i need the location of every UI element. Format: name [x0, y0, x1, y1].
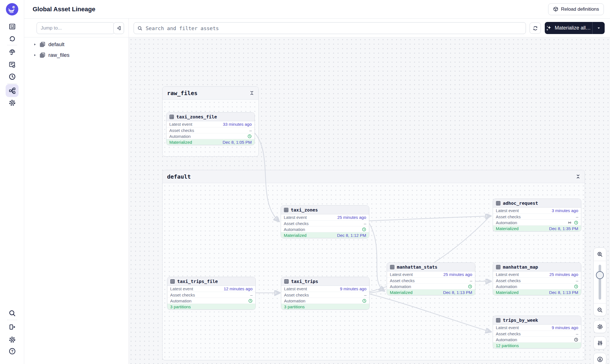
- settings-gear-icon: [597, 324, 603, 330]
- chevron-right-icon[interactable]: [33, 43, 37, 46]
- latest-event-link[interactable]: 25 minutes ago: [443, 272, 472, 277]
- group-header[interactable]: default: [163, 170, 585, 183]
- automation-clock-icon[interactable]: [362, 299, 366, 303]
- graph-filters-button[interactable]: [593, 336, 606, 349]
- collapse-sidebar-button[interactable]: [113, 22, 124, 34]
- download-icon: [597, 356, 603, 362]
- latest-event-link[interactable]: 9 minutes ago: [552, 325, 578, 330]
- materialized-time-link[interactable]: Dec 8, 1:13 PM: [443, 290, 472, 295]
- caret-down-icon: [597, 26, 601, 30]
- zoom-control-panel: [593, 248, 606, 316]
- page-title: Global Asset Lineage: [33, 6, 95, 13]
- graph-settings-button[interactable]: [593, 320, 606, 333]
- tree-item-raw_files[interactable]: raw_files: [24, 50, 129, 60]
- latest-event-row: Latest event9 minutes ago: [281, 286, 369, 292]
- asset-node-taxi_trips_file[interactable]: taxi_trips_file Latest event12 minutes a…: [167, 277, 256, 310]
- materialized-row: MaterializedDec 8, 1:13 PM: [387, 289, 475, 295]
- rail-search-button[interactable]: [6, 307, 19, 320]
- materialized-time-link[interactable]: Dec 8, 1:13 PM: [549, 290, 578, 295]
- asset-node-manhattan_stats[interactable]: manhattan_stats Latest event25 minutes a…: [387, 262, 475, 295]
- automation-clock-icon[interactable]: [574, 338, 578, 342]
- refresh-button[interactable]: [530, 23, 541, 34]
- asset-name: taxi_trips: [291, 279, 318, 284]
- asset-checks-row: Asset checks–: [281, 220, 369, 226]
- sidebar-item-lineage[interactable]: [6, 84, 19, 97]
- jump-to-input[interactable]: [37, 22, 115, 34]
- asset-node-taxi_zones[interactable]: taxi_zones Latest event25 minutes ago As…: [281, 205, 369, 238]
- table-icon: [496, 318, 501, 323]
- search-input[interactable]: [134, 22, 526, 34]
- materialized-row: MaterializedDec 8, 1:05 PM: [166, 139, 255, 145]
- lineage-canvas[interactable]: raw_files default: [129, 37, 610, 364]
- rail-help-button[interactable]: [6, 345, 19, 358]
- materialized-row: MaterializedDec 8, 1:35 PM: [493, 225, 581, 231]
- dagster-logo-icon[interactable]: [6, 3, 18, 15]
- latest-event-link[interactable]: 9 minutes ago: [340, 286, 366, 291]
- zoom-slider-handle[interactable]: [596, 271, 604, 279]
- sidebar-item-assets[interactable]: [6, 46, 19, 59]
- tree-item-label: raw_files: [48, 52, 69, 58]
- materialize-options-button[interactable]: [592, 22, 605, 34]
- automation-clock-icon[interactable]: [468, 284, 472, 289]
- sidebar-item-schedules[interactable]: [6, 70, 19, 83]
- asset-node-header[interactable]: taxi_trips: [281, 277, 369, 286]
- chevron-right-icon[interactable]: [33, 53, 37, 57]
- latest-event-link[interactable]: 12 minutes ago: [224, 286, 253, 291]
- collapse-group-icon[interactable]: [576, 174, 580, 179]
- asset-name: manhattan_map: [503, 264, 538, 270]
- zoom-out-button[interactable]: [594, 304, 606, 316]
- asset-node-header[interactable]: taxi_zones: [281, 206, 369, 214]
- materialized-time-link[interactable]: Dec 8, 1:12 PM: [337, 233, 366, 238]
- asset-node-header[interactable]: manhattan_map: [493, 263, 581, 271]
- latest-event-link[interactable]: 33 minutes ago: [223, 122, 252, 127]
- settings-gear-icon: [9, 336, 16, 343]
- deployment-gear-icon: [9, 99, 16, 106]
- asset-group-tree: default raw_files: [24, 37, 129, 364]
- refresh-icon: [533, 26, 538, 31]
- automation-clock-icon[interactable]: [248, 299, 253, 303]
- asset-name: trips_by_week: [503, 318, 538, 323]
- left-panel-toolbar: [24, 19, 129, 37]
- materialize-all-button[interactable]: Materialize all…: [545, 22, 592, 34]
- latest-event-link[interactable]: 25 minutes ago: [549, 272, 578, 277]
- group-header[interactable]: raw_files: [163, 87, 258, 100]
- asset-node-header[interactable]: trips_by_week: [493, 316, 581, 325]
- download-image-button[interactable]: [593, 353, 606, 364]
- asset-node-header[interactable]: taxi_zones_file: [166, 113, 255, 121]
- zoom-slider[interactable]: [594, 261, 606, 303]
- asset-node-adhoc_request[interactable]: adhoc_request Latest event3 minutes ago …: [493, 199, 581, 232]
- latest-event-link[interactable]: 25 minutes ago: [337, 215, 366, 220]
- zoom-slider-track[interactable]: [599, 265, 601, 300]
- automation-clock-icon[interactable]: [247, 134, 252, 138]
- automation-clock-icon[interactable]: [362, 227, 366, 232]
- asset-checks-row: Asset checks–: [493, 214, 581, 219]
- zoom-in-button[interactable]: [594, 248, 606, 261]
- collapse-group-icon[interactable]: [250, 91, 254, 95]
- asset-name: taxi_zones_file: [176, 114, 217, 120]
- asset-checks-row: Asset checks–: [493, 331, 581, 336]
- rail-settings-button[interactable]: [6, 333, 19, 346]
- sidebar-item-jobs[interactable]: [6, 58, 19, 71]
- asset-node-header[interactable]: adhoc_request: [493, 199, 581, 208]
- materialized-time-link[interactable]: Dec 8, 1:35 PM: [549, 226, 578, 231]
- reload-definitions-button[interactable]: Reload definitions: [548, 3, 604, 15]
- rail-expand-panel-button[interactable]: [6, 320, 19, 333]
- asset-node-taxi_trips[interactable]: taxi_trips Latest event9 minutes ago Ass…: [281, 277, 370, 310]
- materialized-time-link[interactable]: Dec 8, 1:05 PM: [223, 140, 252, 145]
- asset-node-trips_by_week[interactable]: trips_by_week Latest event9 minutes ago …: [493, 316, 581, 349]
- latest-event-link[interactable]: 3 minutes ago: [552, 208, 578, 213]
- automation-clock-icon[interactable]: [574, 221, 578, 225]
- tree-item-label: default: [48, 41, 64, 48]
- asset-node-taxi_zones_file[interactable]: taxi_zones_file Latest event33 minutes a…: [166, 112, 255, 145]
- automation-sensor-icon[interactable]: [568, 221, 572, 225]
- automation-clock-icon[interactable]: [574, 284, 578, 289]
- asset-node-manhattan_map[interactable]: manhattan_map Latest event25 minutes ago…: [493, 262, 581, 295]
- asset-node-header[interactable]: manhattan_stats: [387, 263, 475, 271]
- partitions-row: 3 partitions: [281, 304, 369, 309]
- tree-item-default[interactable]: default: [24, 39, 129, 50]
- sidebar-item-deployment[interactable]: [6, 96, 19, 109]
- asset-node-header[interactable]: taxi_trips_file: [167, 277, 255, 286]
- help-icon: [9, 348, 16, 355]
- sidebar-item-runs[interactable]: [6, 32, 19, 45]
- sidebar-item-overview[interactable]: [6, 20, 19, 33]
